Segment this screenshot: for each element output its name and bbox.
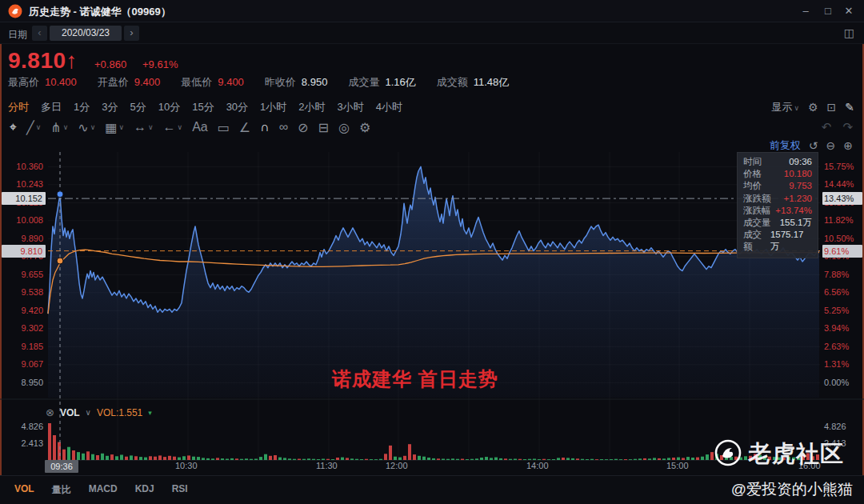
community-watermark: 老虎社区 bbox=[714, 438, 844, 470]
author-watermark: @爱投资的小熊猫 bbox=[731, 479, 853, 500]
reset-zoom-icon[interactable]: ↺ bbox=[809, 139, 818, 152]
crosshair-tooltip: 时间09:36价格10.180均价9.753涨跌额+1.230涨跌幅+13.74… bbox=[737, 152, 818, 258]
forward-adjust-button[interactable]: 前复权 bbox=[770, 138, 801, 153]
time-axis-label: 14:00 bbox=[526, 461, 549, 470]
current-pct-label: 9.61% bbox=[822, 245, 862, 258]
crosshair-time-label: 09:36 bbox=[45, 460, 78, 473]
chart-annotation: 诺成建华 首日走势 bbox=[332, 366, 498, 392]
volume-close-icon[interactable]: ⊗ bbox=[46, 406, 54, 418]
tiger-community-logo-icon bbox=[714, 439, 742, 470]
crosshair-price-label: 10.152 bbox=[2, 192, 46, 205]
volume-indicator-name: VOL bbox=[60, 407, 80, 418]
tooltip-row: 时间09:36 bbox=[743, 156, 812, 168]
current-price-label: 9.810 bbox=[2, 245, 46, 258]
crosshair-pct-label: 13.43% bbox=[822, 192, 862, 205]
volume-dropdown-icon[interactable]: ∨ bbox=[86, 408, 91, 417]
zoom-in-icon[interactable]: ⊕ bbox=[843, 139, 853, 152]
adjust-row: 前复权 ↺ ⊖ ⊕ bbox=[770, 138, 853, 153]
volume-header: ⊗ VOL ∨ VOL:1.551 ▾ bbox=[46, 406, 152, 418]
time-axis-label: 11:30 bbox=[316, 461, 338, 470]
time-axis-label: 15:00 bbox=[666, 461, 689, 470]
app-window: 历史走势 - 诺诚健华（09969） – □ ✕ 日期 ‹ 2020/03/23… bbox=[0, 0, 864, 504]
tooltip-row: 涨跌幅+13.74% bbox=[743, 205, 812, 217]
time-axis-label: 12:00 bbox=[386, 461, 408, 470]
tooltip-row: 成交量155.1万 bbox=[743, 217, 812, 229]
zoom-out-icon[interactable]: ⊖ bbox=[826, 139, 836, 152]
volume-value: VOL:1.551 bbox=[97, 407, 142, 418]
volume-arrow-icon: ▾ bbox=[148, 409, 152, 417]
intraday-chart-canvas[interactable] bbox=[0, 0, 864, 504]
tooltip-row: 涨跌额+1.230 bbox=[743, 193, 812, 205]
tooltip-row: 成交额1575.17万 bbox=[743, 229, 812, 253]
time-axis-label: 10:30 bbox=[175, 461, 198, 470]
tooltip-row: 价格10.180 bbox=[743, 168, 812, 180]
tooltip-row: 均价9.753 bbox=[743, 180, 812, 192]
